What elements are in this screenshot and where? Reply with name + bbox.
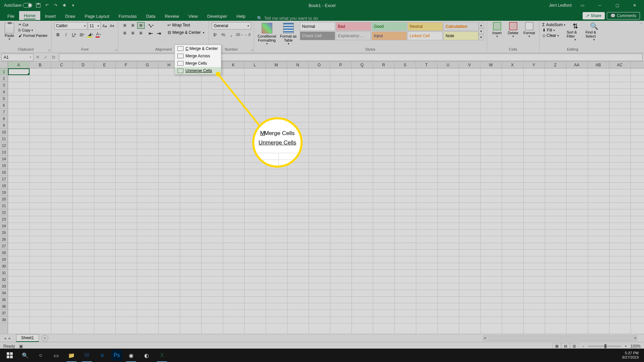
align-top-button[interactable]: ≡ [121,22,128,29]
row-header[interactable]: 20 [0,196,8,202]
prev-sheet-icon[interactable]: ◂ [4,336,6,341]
conditional-formatting-button[interactable]: Conditional Formatting▾ [257,22,277,46]
start-button[interactable] [2,349,17,362]
task-view-icon[interactable]: ▭ [48,349,64,362]
row-header[interactable]: 8 [0,115,8,122]
row-header[interactable]: 21 [0,202,8,209]
column-header[interactable]: B [30,62,51,68]
share-button[interactable]: ↗Share [583,12,605,19]
edge-icon[interactable]: e [95,349,110,362]
app-icon[interactable]: ◐ [139,349,154,362]
spreadsheet-grid[interactable]: ABCDEFGHIJKLMNOPQRSTUVWXYZAAABAC 1234567… [0,62,644,334]
row-header[interactable]: 2 [0,75,8,82]
column-header[interactable]: R [373,62,394,68]
menu-unmerge-cells[interactable]: Unmerge Cells [175,67,221,74]
zoom-level[interactable]: 100% [630,344,641,349]
row-header[interactable]: 25 [0,229,8,236]
row-header[interactable]: 36 [0,303,8,310]
column-header[interactable]: S [394,62,416,68]
row-header[interactable]: 38 [0,316,8,323]
tab-draw[interactable]: Draw [60,12,80,21]
row-header[interactable]: 3 [0,82,8,88]
comments-button[interactable]: 💬Comments [607,12,640,19]
merge-center-button[interactable]: ⊟Merge & Center▾ [166,29,206,36]
row-header[interactable]: 6 [0,102,8,109]
column-header[interactable]: V [459,62,480,68]
add-sheet-button[interactable]: + [42,335,48,342]
align-left-button[interactable]: ≡ [121,30,128,37]
row-header[interactable]: 10 [0,129,8,135]
decrease-decimal-button[interactable]: ←.0 [244,31,251,38]
format-as-table-button[interactable]: Format as Table▾ [278,22,299,46]
find-select-button[interactable]: 🔍Find & Select▾ [585,22,603,41]
align-center-button[interactable]: ≡ [129,30,137,37]
column-header[interactable]: AA [566,62,588,68]
tell-me-search[interactable]: 🔍 Tell me what you want to do [257,16,318,21]
menu-merge-across[interactable]: Merge Across [175,52,221,60]
percent-button[interactable]: % [220,31,227,38]
autosave-toggle[interactable]: AutoSave [4,3,32,8]
column-header[interactable]: AC [609,62,631,68]
tab-help[interactable]: Help [232,12,250,21]
undo-icon[interactable]: ↶ [44,3,50,8]
column-header[interactable]: U [437,62,459,68]
column-header[interactable]: AB [588,62,609,68]
excel-icon[interactable]: X [154,349,170,362]
row-header[interactable]: 26 [0,236,8,243]
tab-file[interactable]: File [3,12,19,21]
row-header[interactable]: 7 [0,109,8,115]
horizontal-scrollbar[interactable] [483,336,637,341]
row-header[interactable]: 37 [0,310,8,316]
row-header[interactable]: 34 [0,290,8,296]
column-header[interactable]: E [94,62,115,68]
font-name-dropdown[interactable]: Calibri▾ [54,22,87,29]
system-tray[interactable]: 5:37 PM 8/27/2019 [622,351,642,360]
style-input[interactable]: Input [372,32,407,40]
ribbon-display-icon[interactable]: ▭ [576,0,589,11]
file-explorer-icon[interactable]: 📁 [64,349,79,362]
column-header[interactable]: D [72,62,94,68]
style-explanatory[interactable]: Explanatory ... [336,32,371,40]
row-header[interactable]: 15 [0,162,8,169]
column-header[interactable]: A [8,62,30,68]
row-header[interactable]: 18 [0,182,8,189]
select-all-corner[interactable] [0,62,8,68]
chrome-icon[interactable]: ◉ [123,349,139,362]
dialog-launcher-icon[interactable]: ⤢ [251,48,253,52]
tab-insert[interactable]: Insert [40,12,61,21]
row-header[interactable]: 19 [0,189,8,196]
row-header[interactable]: 32 [0,276,8,283]
redo-icon[interactable]: ↷ [53,3,58,8]
column-header[interactable]: M [266,62,287,68]
increase-font-button[interactable]: A▴ [101,22,108,29]
column-header[interactable]: F [115,62,137,68]
format-cells-button[interactable]: Format▾ [522,22,537,38]
style-check-cell[interactable]: Check Cell [300,32,335,40]
row-header[interactable]: 30 [0,263,8,269]
column-header[interactable]: Z [545,62,566,68]
underline-button[interactable]: U▾ [70,31,78,38]
qat-dropdown-icon[interactable]: ▾ [70,3,76,8]
tab-data[interactable]: Data [142,12,160,21]
style-normal[interactable]: Normal [300,22,335,31]
tab-formulas[interactable]: Formulas [114,12,142,21]
menu-merge-center[interactable]: CMerge & Center [175,45,221,52]
close-button[interactable]: ✕ [628,0,641,11]
dialog-launcher-icon[interactable]: ⤢ [48,48,51,52]
maximize-button[interactable]: ▢ [610,0,624,11]
bold-button[interactable]: B [54,31,62,38]
row-header[interactable]: 22 [0,209,8,216]
paste-button[interactable]: Paste ▾ [3,22,16,41]
sheet-tab[interactable]: Sheet1 [16,334,39,342]
row-header[interactable]: 31 [0,269,8,276]
align-middle-button[interactable]: ≡ [129,22,137,29]
autosum-button[interactable]: ΣAutoSum▾ [542,22,566,27]
macro-record-icon[interactable]: ▣ [19,344,23,349]
column-header[interactable]: G [137,62,158,68]
row-header[interactable]: 11 [0,135,8,142]
column-header[interactable]: Q [352,62,373,68]
tab-view[interactable]: View [184,12,203,21]
decrease-font-button[interactable]: A▾ [109,22,115,29]
column-header[interactable]: K [223,62,244,68]
menu-merge-cells[interactable]: Merge Cells [175,60,221,67]
